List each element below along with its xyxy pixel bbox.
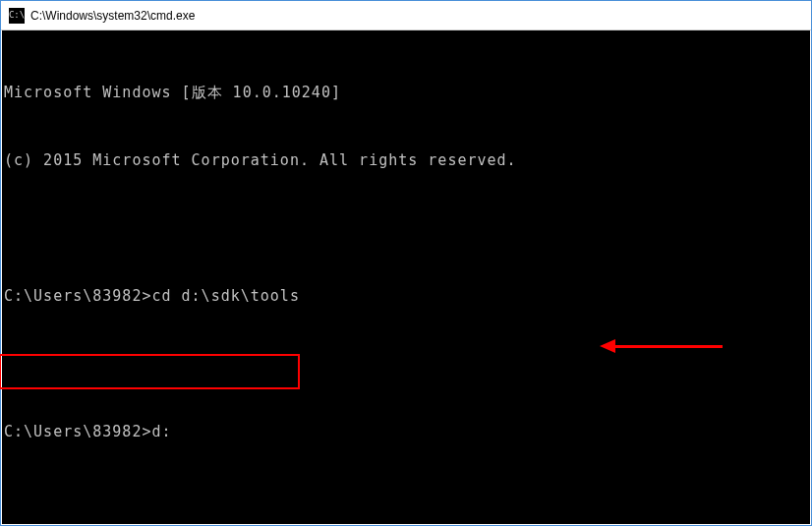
cmd-window: C:\ C:\Windows\system32\cmd.exe Microsof… — [0, 0, 812, 526]
terminal-line — [4, 353, 808, 376]
terminal-line: C:\Users\83982>cd d:\sdk\tools — [4, 285, 808, 308]
terminal-line — [4, 217, 808, 240]
terminal-line: (c) 2015 Microsoft Corporation. All righ… — [4, 149, 808, 172]
titlebar[interactable]: C:\ C:\Windows\system32\cmd.exe — [1, 1, 811, 30]
terminal-line — [4, 489, 808, 511]
cmd-icon-label: C:\ — [9, 11, 25, 20]
cmd-icon: C:\ — [9, 8, 25, 24]
terminal-line: Microsoft Windows [版本 10.0.10240] — [4, 82, 808, 104]
terminal-line: C:\Users\83982>d: — [4, 421, 808, 443]
window-title: C:\Windows\system32\cmd.exe — [30, 9, 195, 23]
terminal-area[interactable]: Microsoft Windows [版本 10.0.10240] (c) 20… — [2, 30, 810, 524]
